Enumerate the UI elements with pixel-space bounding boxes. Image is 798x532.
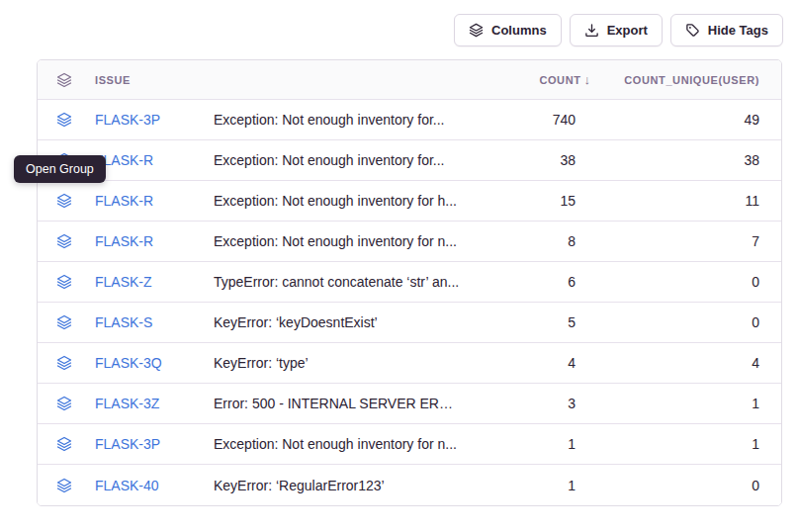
issue-title: KeyError: ‘keyDoesntExist’ [214,314,475,330]
export-button[interactable]: Export [570,14,663,46]
count-value: 15 [475,193,593,209]
hide-tags-button-label: Hide Tags [708,23,768,38]
table-row[interactable]: FLASK-Z TypeError: cannot concatenate ‘s… [38,262,781,303]
table-body: FLASK-3P Exception: Not enough inventory… [38,100,781,505]
count-unique-value: 0 [593,314,781,330]
table-header-row: ISSUE COUNT ↓ COUNT_UNIQUE(USER) [38,60,781,100]
hide-tags-button[interactable]: Hide Tags [670,14,783,46]
issue-title: Error: 500 - INTERNAL SERVER ERROR [214,396,475,411]
issue-link[interactable]: FLASK-3P [95,436,214,452]
open-group-tooltip: Open Group [14,155,106,183]
columns-button[interactable]: Columns [454,14,562,46]
table-row[interactable]: FLASK-3P Exception: Not enough inventory… [38,100,781,140]
count-unique-value: 1 [593,396,781,411]
issue-title: Exception: Not enough inventory for n... [214,233,475,249]
table-row[interactable]: FLASK-S KeyError: ‘keyDoesntExist’ 5 0 [38,303,781,343]
table-row[interactable]: FLASK-R Exception: Not enough inventory … [38,181,781,222]
layers-icon [469,23,484,38]
tooltip-label: Open Group [26,162,94,176]
issue-link[interactable]: FLASK-S [95,314,214,330]
table-row[interactable]: FLASK-3Q KeyError: ‘type’ 4 4 [38,343,781,384]
tag-icon [685,23,700,38]
issue-stack-icon [38,193,95,209]
export-button-label: Export [607,23,648,38]
table-row[interactable]: FLASK-40 KeyError: ‘RegularError123’ 1 0 [38,465,781,505]
count-value: 1 [475,436,593,452]
table-toolbar: Columns Export Hide Tags [454,14,783,46]
count-value: 38 [475,152,593,168]
issue-link[interactable]: FLASK-Z [95,274,214,290]
count-unique-value: 49 [593,112,781,128]
table-row[interactable]: FLASK-3P Exception: Not enough inventory… [38,424,781,465]
issue-link[interactable]: FLASK-3Q [95,355,214,371]
header-count-label: COUNT [539,74,580,86]
header-issue[interactable]: ISSUE [95,74,214,86]
count-value: 6 [475,274,593,290]
issue-link[interactable]: FLASK-3Z [95,396,214,411]
header-count-unique[interactable]: COUNT_UNIQUE(USER) [593,74,781,86]
count-value: 4 [475,355,593,371]
issues-table-page: Columns Export Hide Tags [0,0,798,532]
issue-link[interactable]: FLASK-40 [95,478,214,493]
issue-link[interactable]: FLASK-R [95,233,214,249]
issue-link[interactable]: FLASK-3P [95,112,214,128]
issue-title: KeyError: ‘RegularError123’ [214,478,475,493]
issue-title: KeyError: ‘type’ [214,355,475,371]
issue-stack-icon [38,396,95,411]
count-unique-value: 38 [593,152,781,168]
issue-stack-icon [38,274,95,290]
count-unique-value: 0 [593,274,781,290]
table-row[interactable]: FLASK-R Exception: Not enough inventory … [38,222,781,262]
issue-stack-header-icon [38,72,95,88]
issues-table: ISSUE COUNT ↓ COUNT_UNIQUE(USER) FLASK-3… [37,59,782,506]
count-unique-value: 4 [593,355,781,371]
issue-stack-icon [38,478,95,493]
issue-link[interactable]: FLASK-R [95,193,214,209]
issue-title: Exception: Not enough inventory for n... [214,436,475,452]
issue-link[interactable]: FLASK-R [95,152,214,168]
count-value: 5 [475,314,593,330]
count-value: 8 [475,233,593,249]
sort-desc-icon[interactable]: ↓ [584,72,591,87]
count-unique-value: 11 [593,193,781,209]
issue-stack-icon [38,355,95,371]
count-value: 3 [475,396,593,411]
columns-button-label: Columns [491,23,547,38]
issue-title: TypeError: cannot concatenate ‘str’ an..… [214,274,475,290]
issue-stack-icon [38,314,95,330]
download-icon [584,23,599,38]
header-count[interactable]: COUNT ↓ [475,72,593,87]
issue-stack-icon [38,233,95,249]
count-unique-value: 7 [593,233,781,249]
issue-stack-icon [38,112,95,128]
count-value: 1 [475,478,593,493]
issue-title: Exception: Not enough inventory for... [214,112,475,128]
issue-stack-icon [38,436,95,452]
table-row[interactable]: FLASK-3Z Error: 500 - INTERNAL SERVER ER… [38,384,781,424]
table-row[interactable]: FLASK-R Exception: Not enough inventory … [38,140,781,181]
count-value: 740 [475,112,593,128]
count-unique-value: 1 [593,436,781,452]
issue-title: Exception: Not enough inventory for... [214,152,475,168]
issue-title: Exception: Not enough inventory for h... [214,193,475,209]
count-unique-value: 0 [593,478,781,493]
